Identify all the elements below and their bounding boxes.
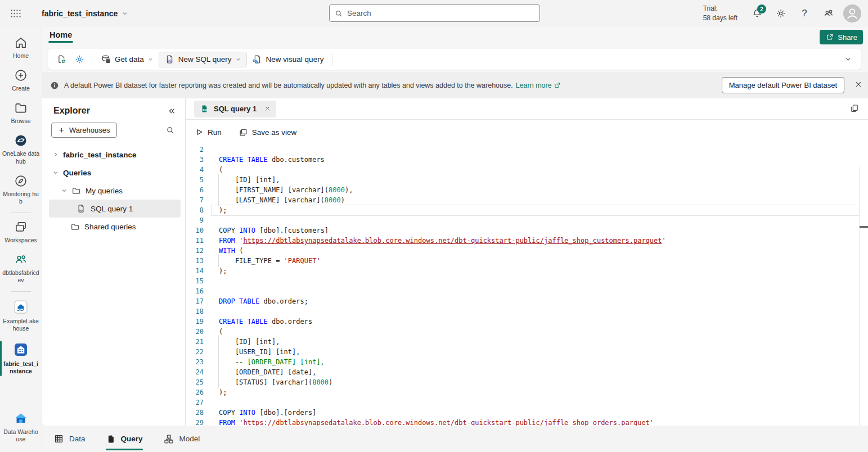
nav-dbtlabsfabricdev[interactable]: dbtlabsfabricdev: [0, 248, 42, 288]
search-input[interactable]: [347, 9, 535, 17]
nav-create[interactable]: Create: [0, 64, 42, 97]
toolbar-overflow-button[interactable]: [839, 52, 857, 67]
app-launcher-icon[interactable]: [0, 0, 32, 27]
code-line-19[interactable]: 19CREATE TABLE dbo.orders: [186, 317, 868, 327]
tree-item-label: fabric_test_instance: [63, 151, 137, 159]
code-line-21[interactable]: 21 [ID] [int],: [186, 337, 868, 347]
explorer-search-icon[interactable]: [165, 125, 175, 135]
code-line-9[interactable]: 9: [186, 215, 868, 225]
toolbar-divider: [332, 53, 332, 66]
nav-browse[interactable]: Browse: [0, 97, 42, 129]
line-number: 14: [186, 267, 204, 275]
tab-close-icon[interactable]: [264, 106, 271, 112]
explorer-title: Explorer: [53, 106, 90, 116]
code-line-29[interactable]: 29FROM 'https://dbtlabsynapsedatalake.bl…: [186, 418, 868, 426]
code-line-11[interactable]: 11FROM 'https://dbtlabsynapsedatalake.bl…: [186, 236, 868, 246]
nav-home[interactable]: Home: [0, 31, 42, 64]
tree-item-label: My queries: [86, 187, 123, 195]
code-line-4[interactable]: 4(: [186, 165, 868, 175]
nav-data-warehouse[interactable]: Data Warehouse: [0, 406, 42, 448]
code-line-22[interactable]: 22 [USER_ID] [int],: [186, 347, 868, 357]
code-line-17[interactable]: 17DROP TABLE dbo.orders;: [186, 296, 868, 306]
chevron-down-icon[interactable]: [52, 169, 59, 176]
chevron-down-icon[interactable]: [61, 187, 68, 194]
settings-button[interactable]: [769, 0, 793, 27]
feedback-button[interactable]: [816, 0, 840, 27]
save-as-view-button[interactable]: Save as view: [239, 128, 297, 137]
share-button[interactable]: Share: [820, 30, 863, 44]
code-line-25[interactable]: 25 [STATUS] [varchar](8000): [186, 377, 868, 387]
settings-toolbar-button[interactable]: [70, 52, 88, 67]
sql-code-area[interactable]: 23CREATE TABLE dbo.customers4(5 [ID] [in…: [186, 144, 868, 426]
code-line-2[interactable]: 2: [186, 144, 868, 155]
tab-home[interactable]: Home: [50, 30, 72, 43]
document-refresh-icon: [56, 54, 67, 65]
manage-default-dataset-button[interactable]: Manage default Power BI dataset: [722, 77, 844, 93]
sql-doc-gray-icon: SQL: [76, 204, 86, 214]
learn-more-link[interactable]: Learn more: [516, 82, 561, 89]
nav-onelake-data-hub[interactable]: OneLake data hub: [0, 129, 42, 169]
nav-monitoring-hub[interactable]: Monitoring hub: [0, 170, 42, 210]
nav-examplelakehouse[interactable]: ExampleLakehouse: [0, 295, 42, 337]
tree-item-fabric-test-instance[interactable]: fabric_test_instance: [49, 146, 181, 164]
tab-sql-query-1[interactable]: SQL SQL query 1: [194, 101, 276, 117]
tree-item-shared-queries[interactable]: Shared queries: [49, 218, 181, 236]
code-line-7[interactable]: 7 [LAST_NAME] [varchar](8000): [186, 195, 868, 205]
nav-fabric-test-instance[interactable]: fabric_test_instance: [0, 337, 42, 379]
line-number: 27: [186, 399, 204, 406]
view-tab-model[interactable]: Model: [163, 430, 200, 448]
tree-item-sql-query-1[interactable]: SQLSQL query 1: [49, 200, 181, 218]
home-icon: [14, 35, 28, 50]
view-tab-label: Query: [121, 435, 143, 443]
collapse-pane-icon[interactable]: [168, 107, 176, 115]
tree-item-label: SQL query 1: [91, 205, 133, 213]
chevron-right-icon[interactable]: [52, 151, 59, 158]
code-text: FROM 'https://dbtlabsynapsedatalake.blob…: [219, 236, 666, 246]
code-line-26[interactable]: 26);: [186, 387, 868, 397]
run-button[interactable]: Run: [195, 128, 222, 137]
get-data-button[interactable]: Get data: [96, 52, 159, 67]
code-line-20[interactable]: 20(: [186, 327, 868, 337]
notifications-button[interactable]: 2: [745, 0, 769, 27]
workspace-switcher[interactable]: fabric_test_instance: [42, 9, 128, 18]
account-avatar[interactable]: [843, 4, 861, 22]
explorer-panel: Explorer Warehouses fabric_test_instance…: [42, 98, 186, 426]
help-button[interactable]: ?: [793, 0, 816, 27]
line-number: 9: [186, 216, 204, 224]
code-line-16[interactable]: 16: [186, 286, 868, 296]
code-line-5[interactable]: 5 [ID] [int],: [186, 175, 868, 185]
code-line-28[interactable]: 28COPY INTO [dbo].[orders]: [186, 408, 868, 418]
code-line-8[interactable]: 8);: [186, 205, 868, 215]
sql-file-icon: SQL: [200, 104, 209, 114]
code-line-6[interactable]: 6 [FIRST_NAME] [varchar](8000),: [186, 185, 868, 195]
banner-close-icon[interactable]: [854, 80, 862, 88]
line-number: 5: [186, 176, 204, 184]
copy-icon[interactable]: [849, 103, 860, 114]
code-line-15[interactable]: 15: [186, 276, 868, 286]
people-icon: [14, 252, 28, 267]
bottom-view-switcher: DataQueryModel: [42, 426, 868, 452]
code-line-18[interactable]: 18: [186, 306, 868, 317]
info-icon: [50, 81, 59, 90]
global-search[interactable]: [329, 4, 540, 22]
warehouses-button[interactable]: Warehouses: [51, 123, 117, 138]
nav-workspaces[interactable]: Workspaces: [0, 216, 42, 248]
code-line-24[interactable]: 24 [ORDER_DATE] [date],: [186, 367, 868, 377]
code-line-10[interactable]: 10COPY INTO [dbo].[customers]: [186, 225, 868, 236]
code-line-23[interactable]: 23 -- [ORDER_DATE] [int],: [186, 357, 868, 367]
code-line-12[interactable]: 12WITH (: [186, 246, 868, 256]
new-visual-query-button[interactable]: New visual query: [247, 52, 329, 67]
view-tab-data[interactable]: Data: [53, 430, 86, 448]
new-sql-query-button[interactable]: SQL New SQL query: [159, 52, 247, 67]
code-text: -- [ORDER_DATE] [int],: [219, 357, 325, 367]
code-line-3[interactable]: 3CREATE TABLE dbo.customers: [186, 155, 868, 165]
tree-item-my-queries[interactable]: My queries: [49, 182, 181, 200]
code-line-13[interactable]: 13 FILE_TYPE = 'PARQUET': [186, 256, 868, 266]
code-line-14[interactable]: 14);: [186, 266, 868, 276]
view-tab-query[interactable]: Query: [106, 430, 143, 448]
refresh-item-button[interactable]: [52, 52, 70, 67]
code-line-27[interactable]: 27: [186, 397, 868, 408]
line-number: 6: [186, 186, 204, 194]
code-text: COPY INTO [dbo].[customers]: [219, 225, 329, 236]
tree-item-queries[interactable]: Queries: [49, 164, 181, 182]
